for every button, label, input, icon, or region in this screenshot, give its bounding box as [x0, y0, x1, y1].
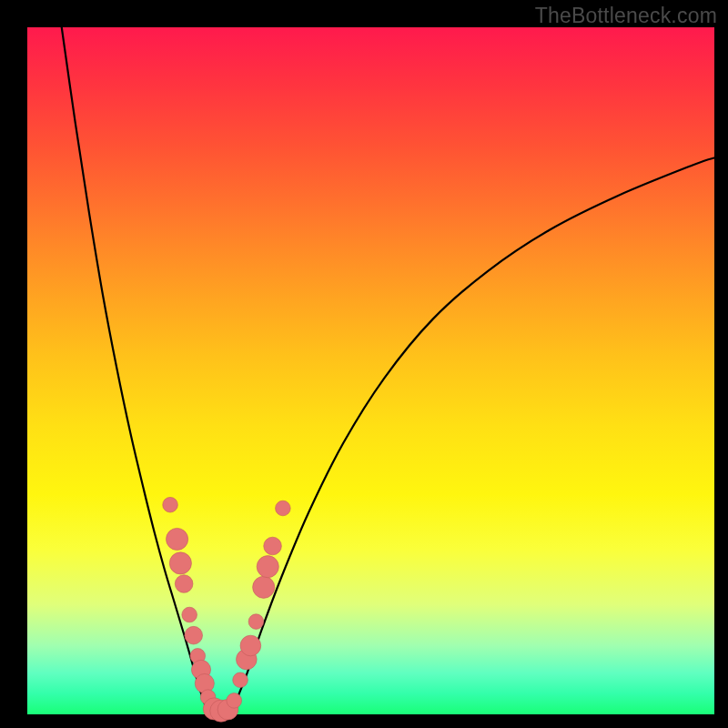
- outer-frame: TheBottleneck.com: [0, 0, 728, 728]
- marker-dot: [276, 500, 291, 516]
- marker-dot: [227, 693, 242, 709]
- marker-dot: [169, 552, 191, 574]
- marker-dot: [264, 537, 282, 555]
- marker-dot: [182, 607, 197, 622]
- marker-dot: [185, 626, 203, 644]
- marker-dot: [175, 575, 193, 593]
- plot-area: [27, 27, 714, 714]
- marker-dot: [167, 528, 188, 550]
- marker-group: [163, 497, 290, 722]
- marker-dot: [257, 556, 278, 578]
- marker-dot: [240, 635, 261, 656]
- curve-path: [62, 27, 714, 715]
- marker-dot: [163, 497, 178, 512]
- marker-dot: [253, 576, 275, 598]
- watermark-text: TheBottleneck.com: [535, 4, 717, 28]
- marker-dot: [233, 672, 248, 688]
- marker-dot: [248, 614, 264, 630]
- chart-svg: [27, 27, 714, 714]
